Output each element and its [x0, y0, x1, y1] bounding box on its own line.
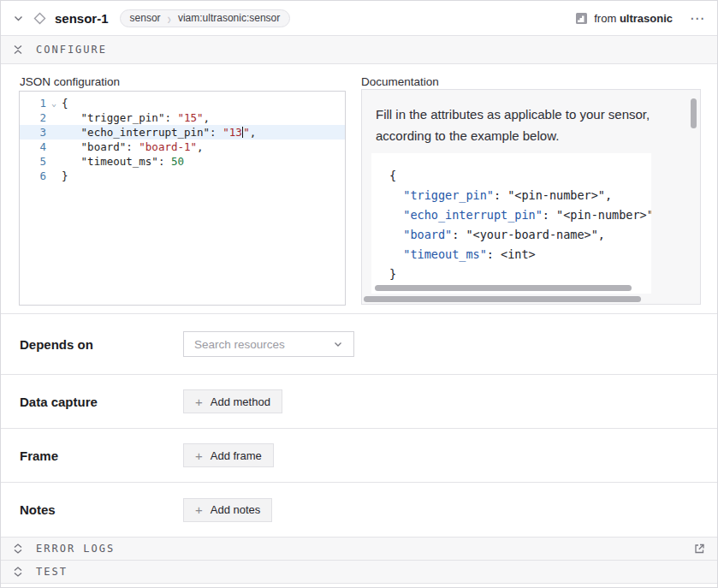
notes-label: Notes — [20, 502, 183, 517]
editor-line[interactable]: 1 ⌄ { — [20, 96, 345, 110]
add-notes-button[interactable]: + Add notes — [183, 498, 272, 522]
code-horizontal-scrollbar[interactable] — [375, 285, 632, 291]
json-key: "timeout_ms" — [403, 247, 487, 261]
collapse-section-icon[interactable] — [13, 45, 23, 55]
component-header: sensor-1 sensor › viam:ultrasonic:sensor… — [1, 1, 717, 36]
expand-section-icon[interactable] — [13, 567, 23, 577]
type-badge-label: sensor — [130, 12, 161, 24]
line-number: 2 — [20, 110, 46, 125]
documentation-panel: Fill in the attributes as applicable to … — [361, 89, 701, 305]
string-value: "13 — [223, 126, 242, 139]
add-frame-button[interactable]: + Add frame — [183, 443, 274, 467]
documentation-label: Documentation — [361, 75, 439, 88]
editor-line[interactable]: 2 "trigger_pin": "15", — [20, 110, 345, 125]
plus-icon: + — [195, 448, 203, 463]
documentation-intro: Fill in the attributes as applicable to … — [376, 104, 650, 146]
panel-vertical-scrollbar[interactable] — [691, 98, 697, 128]
sensor-component-icon — [33, 12, 46, 25]
editor-line[interactable]: 5 "timeout_ms": 50 — [20, 154, 345, 169]
module-name: ultrasonic — [620, 12, 673, 25]
module-icon — [576, 13, 587, 24]
add-method-button[interactable]: + Add method — [183, 389, 282, 413]
breadcrumb-chevron-icon: › — [168, 10, 171, 26]
number-value: 50 — [171, 155, 184, 168]
search-resources-select[interactable]: Search resources — [183, 331, 354, 357]
notes-row: Notes + Add notes — [1, 483, 717, 538]
json-key: "board" — [403, 228, 452, 241]
configure-section-title: CONFIGURE — [36, 44, 107, 56]
depends-on-label: Depends on — [20, 337, 183, 352]
collapse-chevron-icon[interactable] — [13, 13, 24, 24]
json-configuration-label: JSON configuration — [20, 75, 120, 88]
editor-line[interactable]: 4 "board": "board-1", — [20, 140, 345, 154]
line-number: 6 — [20, 169, 46, 183]
editor-line[interactable]: 6 } — [20, 169, 345, 183]
test-section-title: TEST — [36, 566, 68, 578]
configure-section-body: JSON configuration 1 ⌄ { 2 "trigger_pin"… — [1, 64, 717, 314]
json-key: "echo_interrupt_pin" — [403, 208, 543, 222]
string-value: "board-1" — [139, 140, 197, 153]
test-section-bar[interactable]: TEST — [1, 561, 717, 584]
line-number: 1 — [20, 96, 46, 110]
frame-label: Frame — [20, 448, 183, 463]
line-number: 3 — [20, 125, 46, 140]
data-capture-label: Data capture — [20, 395, 183, 409]
open-in-new-icon[interactable] — [693, 543, 705, 555]
expand-section-icon[interactable] — [13, 543, 23, 554]
line-number: 5 — [20, 154, 46, 169]
error-logs-section-bar[interactable]: ERROR LOGS — [1, 538, 717, 561]
from-module-label: from ultrasonic — [594, 12, 673, 25]
frame-row: Frame + Add frame — [1, 429, 717, 483]
documentation-code-example: { "trigger_pin": "<pin-number>", "echo_i… — [371, 153, 651, 294]
error-logs-section-title: ERROR LOGS — [36, 543, 115, 555]
string-value: "15" — [177, 111, 203, 124]
plus-icon: + — [195, 502, 203, 517]
data-capture-row: Data capture + Add method — [1, 375, 717, 429]
plus-icon: + — [195, 395, 203, 409]
editor-active-line[interactable]: 3 "echo_interrupt_pin": "13", — [20, 125, 345, 140]
depends-on-row: Depends on Search resources — [1, 314, 717, 375]
component-card: sensor-1 sensor › viam:ultrasonic:sensor… — [0, 0, 718, 588]
component-type-badge: sensor › viam:ultrasonic:sensor — [120, 9, 291, 27]
configure-section-bar[interactable]: CONFIGURE — [1, 36, 717, 64]
chevron-down-icon — [333, 339, 343, 349]
more-menu-icon[interactable]: ⋯ — [690, 11, 705, 26]
panel-horizontal-scrollbar[interactable] — [364, 296, 641, 302]
json-key: "trigger_pin" — [403, 188, 494, 202]
model-badge-label: viam:ultrasonic:sensor — [178, 12, 280, 24]
json-editor[interactable]: 1 ⌄ { 2 "trigger_pin": "15", 3 "echo_int… — [19, 91, 346, 306]
select-placeholder: Search resources — [194, 338, 285, 351]
component-title: sensor-1 — [55, 11, 109, 26]
line-number: 4 — [20, 140, 46, 154]
fold-chevron-icon[interactable]: ⌄ — [46, 96, 62, 110]
